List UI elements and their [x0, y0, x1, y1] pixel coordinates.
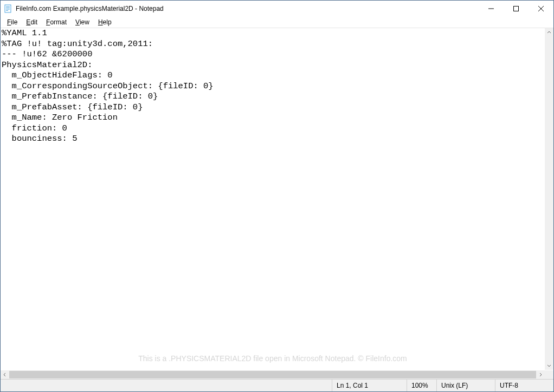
- maximize-button[interactable]: [504, 1, 529, 17]
- svg-line-8: [538, 6, 544, 11]
- status-bar: Ln 1, Col 1 100% Unix (LF) UTF-8: [1, 379, 553, 391]
- menu-edit[interactable]: Edit: [22, 18, 42, 27]
- status-spacer: [1, 380, 332, 391]
- vertical-scrollbar[interactable]: [545, 28, 553, 370]
- menu-format-rest: ormat: [50, 18, 67, 26]
- menu-bar: File Edit Format View Help: [1, 17, 553, 28]
- window-controls: [479, 1, 553, 17]
- status-zoom: 100%: [407, 380, 436, 391]
- notepad-app-icon: [4, 4, 12, 13]
- menu-help-rest: elp: [103, 18, 112, 26]
- title-bar[interactable]: FileInfo.com Example.physicsMaterial2D -…: [1, 1, 553, 17]
- window-title: FileInfo.com Example.physicsMaterial2D -…: [16, 5, 479, 12]
- close-button[interactable]: [529, 1, 553, 17]
- scroll-up-icon[interactable]: [545, 28, 553, 37]
- editor-area: %YAML 1.1 %TAG !u! tag:unity3d.com,2011:…: [1, 28, 553, 370]
- scroll-down-icon[interactable]: [545, 361, 553, 370]
- status-cursor-position: Ln 1, Col 1: [332, 380, 407, 391]
- menu-format[interactable]: Format: [42, 18, 71, 27]
- horizontal-scrollbar[interactable]: [1, 370, 553, 379]
- menu-file[interactable]: File: [3, 18, 22, 27]
- scroll-left-icon[interactable]: [1, 370, 9, 379]
- horizontal-scroll-track[interactable]: [9, 370, 536, 379]
- menu-help[interactable]: Help: [94, 18, 116, 27]
- svg-line-7: [538, 6, 544, 11]
- horizontal-scroll-thumb[interactable]: [9, 371, 536, 378]
- scroll-right-icon[interactable]: [536, 370, 545, 379]
- scroll-corner: [545, 370, 553, 379]
- menu-edit-rest: dit: [30, 18, 37, 26]
- menu-file-rest: ile: [11, 18, 17, 26]
- status-line-ending: Unix (LF): [436, 380, 495, 391]
- status-encoding: UTF-8: [495, 380, 553, 391]
- vertical-scroll-track[interactable]: [545, 37, 553, 361]
- menu-view-rest: iew: [80, 18, 89, 26]
- menu-view[interactable]: View: [71, 18, 94, 27]
- svg-rect-0: [5, 5, 11, 12]
- svg-rect-6: [514, 6, 519, 11]
- minimize-button[interactable]: [479, 1, 504, 17]
- text-editor[interactable]: %YAML 1.1 %TAG !u! tag:unity3d.com,2011:…: [1, 28, 545, 370]
- notepad-window: FileInfo.com Example.physicsMaterial2D -…: [0, 0, 554, 392]
